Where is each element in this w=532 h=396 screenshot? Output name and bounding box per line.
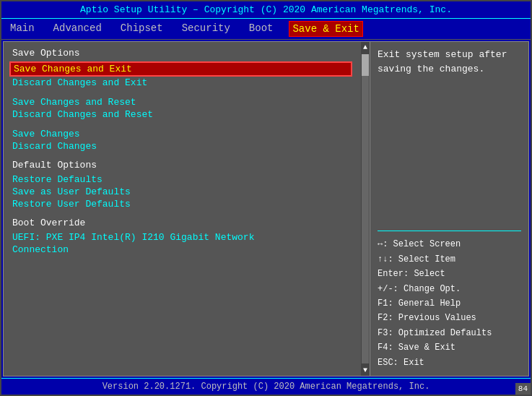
left-panel: Save Options Save Changes and Exit Disca… <box>4 42 361 376</box>
option-restore-user-defaults[interactable]: Restore User Defaults <box>12 198 352 210</box>
title-text: Aptio Setup Utility – Copyright (C) 2020… <box>80 4 452 15</box>
option-connection[interactable]: Connection <box>12 244 352 256</box>
section-save-options: Save Options <box>12 48 352 59</box>
footer-badge: 84 <box>515 383 531 395</box>
menu-item-chipset[interactable]: Chipset <box>118 21 166 37</box>
left-panel-inner: Save Options Save Changes and Exit Disca… <box>4 42 361 376</box>
footer: Version 2.20.1271. Copyright (C) 2020 Am… <box>1 378 531 395</box>
option-uefi-pxe[interactable]: UEFI: PXE IP4 Intel(R) I210 Gigabit Netw… <box>12 231 352 244</box>
option-save-changes-reset[interactable]: Save Changes and Reset <box>12 96 352 108</box>
key-select-item: ↑↓: Select Item <box>378 252 521 267</box>
scroll-track <box>362 54 369 363</box>
key-f1-help: F1: General Help <box>378 296 521 311</box>
menu-item-advanced[interactable]: Advanced <box>51 21 105 37</box>
scroll-bar: ▲ ▼ <box>361 42 370 376</box>
option-discard-changes-exit[interactable]: Discard Changes and Exit <box>12 77 352 89</box>
key-help: ↔: Select Screen ↑↓: Select Item Enter: … <box>378 237 521 370</box>
divider <box>378 231 521 231</box>
key-f3-optimized: F3: Optimized Defaults <box>378 326 521 340</box>
key-enter-select: Enter: Select <box>378 267 521 281</box>
menu-item-boot[interactable]: Boot <box>246 21 276 37</box>
option-discard-changes-reset[interactable]: Discard Changes and Reset <box>12 108 352 121</box>
key-f2-prev: F2: Previous Values <box>378 311 521 325</box>
content-wrapper: Save Options Save Changes and Exit Disca… <box>4 42 370 376</box>
footer-text: Version 2.20.1271. Copyright (C) 2020 Am… <box>103 382 430 392</box>
menu-item-security[interactable]: Security <box>179 21 233 37</box>
scroll-thumb[interactable] <box>362 54 369 76</box>
scroll-down-arrow[interactable]: ▼ <box>363 365 367 376</box>
help-text: Exit system setup after saving the chang… <box>378 48 521 225</box>
option-save-changes[interactable]: Save Changes <box>12 128 352 140</box>
section-boot-override: Boot Override <box>12 218 352 228</box>
option-save-changes-exit[interactable]: Save Changes and Exit <box>9 61 352 77</box>
menu-item-main[interactable]: Main <box>7 21 38 37</box>
option-restore-defaults[interactable]: Restore Defaults <box>12 173 352 186</box>
option-save-user-defaults[interactable]: Save as User Defaults <box>12 186 352 198</box>
key-esc-exit: ESC: Exit <box>378 356 521 370</box>
key-change-opt: +/-: Change Opt. <box>378 282 521 296</box>
title-bar: Aptio Setup Utility – Copyright (C) 2020… <box>1 1 531 19</box>
right-panel: Exit system setup after saving the chang… <box>370 42 528 376</box>
key-select-screen: ↔: Select Screen <box>378 237 521 251</box>
scroll-up-arrow[interactable]: ▲ <box>363 42 367 53</box>
menu-bar: Main Advanced Chipset Security Boot Save… <box>1 19 531 40</box>
bios-screen: Aptio Setup Utility – Copyright (C) 2020… <box>0 0 532 396</box>
section-default-options: Default Options <box>12 160 352 171</box>
menu-item-save-exit[interactable]: Save & Exit <box>289 21 362 37</box>
option-discard-changes[interactable]: Discard Changes <box>12 140 352 152</box>
key-f4-save: F4: Save & Exit <box>378 340 521 355</box>
main-content: Save Options Save Changes and Exit Disca… <box>3 41 529 376</box>
